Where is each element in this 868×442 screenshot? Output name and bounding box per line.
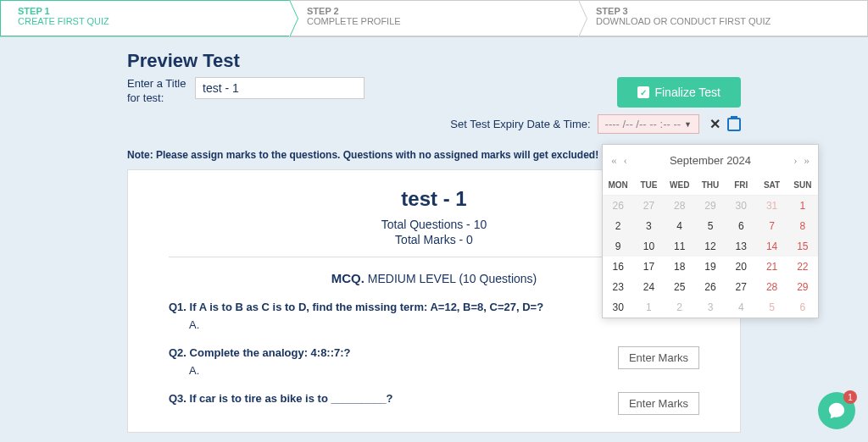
option-a: A. — [189, 318, 699, 331]
calendar-toggle-icon[interactable] — [727, 118, 741, 131]
calendar-day[interactable]: 26 — [603, 196, 633, 216]
step-2[interactable]: STEP 2 COMPLETE PROFILE — [290, 0, 579, 36]
expiry-placeholder: ---- /-- /-- -- :-- -- — [605, 118, 682, 130]
calendar-last-button[interactable]: » — [801, 152, 814, 169]
calendar-day[interactable]: 18 — [665, 257, 695, 277]
expiry-label: Set Test Expiry Date & Time: — [450, 118, 590, 130]
calendar-day[interactable]: 28 — [665, 196, 695, 216]
chevron-down-icon: ▼ — [684, 120, 692, 129]
step-number: STEP 2 — [307, 6, 561, 16]
enter-marks-button[interactable]: Enter Marks — [618, 346, 699, 369]
calendar-day[interactable]: 10 — [633, 236, 664, 257]
step-3[interactable]: STEP 3 DOWNLOAD OR CONDUCT FIRST QUIZ — [579, 0, 868, 36]
question-row: Q3. If car is to tire as bike is to ____… — [169, 392, 699, 415]
calendar-day[interactable]: 19 — [695, 257, 726, 277]
section-type: MCQ. — [331, 271, 364, 285]
calendar-day[interactable]: 30 — [726, 196, 756, 216]
calendar-day[interactable]: 5 — [695, 216, 726, 236]
step-number: STEP 3 — [596, 6, 850, 16]
dow-header: FRI — [726, 175, 756, 196]
dow-header: WED — [665, 175, 695, 196]
calendar-day[interactable]: 15 — [787, 236, 818, 257]
calendar-day[interactable]: 5 — [756, 297, 787, 318]
calendar-day[interactable]: 14 — [756, 236, 787, 257]
calendar-day[interactable]: 6 — [787, 297, 818, 318]
expiry-datetime-input[interactable]: ---- /-- /-- -- :-- -- ▼ — [598, 114, 699, 134]
calendar-day[interactable]: 12 — [695, 236, 726, 257]
calendar-day[interactable]: 9 — [603, 236, 633, 257]
calendar-day[interactable]: 1 — [787, 196, 818, 216]
calendar-day[interactable]: 21 — [756, 257, 787, 277]
calendar-day[interactable]: 29 — [695, 196, 726, 216]
calendar-day[interactable]: 30 — [603, 297, 633, 318]
chat-button[interactable]: 1 — [818, 392, 855, 429]
calendar-day[interactable]: 20 — [726, 257, 756, 277]
dow-header: MON — [603, 175, 633, 196]
section-meta: MEDIUM LEVEL (10 Questions) — [368, 272, 537, 285]
test-title-label: Enter a Title for test: — [127, 77, 186, 106]
calendar-day[interactable]: 3 — [633, 216, 664, 236]
calendar-day[interactable]: 8 — [787, 216, 818, 236]
question-text: Q2. Complete the analogy: 4:8::7:? — [169, 346, 618, 359]
calendar-day[interactable]: 22 — [787, 257, 818, 277]
dow-header: SUN — [787, 175, 818, 196]
calendar-grid: MON TUE WED THU FRI SAT SUN — [603, 175, 818, 196]
calendar-day[interactable]: 29 — [787, 277, 818, 297]
calendar-prev-button[interactable]: ‹ — [620, 152, 631, 169]
step-title: CREATE FIRST QUIZ — [18, 16, 272, 26]
test-title-input[interactable] — [195, 77, 364, 99]
calendar-day[interactable]: 26 — [695, 277, 726, 297]
calendar-day[interactable]: 2 — [665, 297, 695, 318]
question-row: Q2. Complete the analogy: 4:8::7:? A. En… — [169, 346, 699, 377]
finalize-test-button[interactable]: ✓ Finalize Test — [617, 77, 741, 108]
progress-stepper: STEP 1 CREATE FIRST QUIZ STEP 2 COMPLETE… — [0, 0, 868, 37]
page-title: Preview Test — [127, 50, 741, 72]
calendar-day[interactable]: 4 — [665, 216, 695, 236]
dow-header: THU — [695, 175, 726, 196]
question-text: Q3. If car is to tire as bike is to ____… — [169, 392, 618, 405]
calendar-day[interactable]: 24 — [633, 277, 664, 297]
calendar-next-button[interactable]: › — [790, 152, 800, 169]
calendar-day[interactable]: 16 — [603, 257, 633, 277]
calendar-day[interactable]: 27 — [633, 196, 664, 216]
calendar-day[interactable]: 6 — [726, 216, 756, 236]
step-1[interactable]: STEP 1 CREATE FIRST QUIZ — [0, 0, 290, 36]
calendar-day[interactable]: 2 — [603, 216, 633, 236]
calendar-day[interactable]: 27 — [726, 277, 756, 297]
chat-notification-badge: 1 — [843, 390, 857, 404]
step-title: DOWNLOAD OR CONDUCT FIRST QUIZ — [596, 16, 850, 26]
date-picker-popup: « ‹ September 2024 › » MON TUE WED THU F… — [602, 144, 819, 318]
calendar-month-label: September 2024 — [631, 154, 790, 167]
dow-header: TUE — [633, 175, 664, 196]
calendar-day[interactable]: 25 — [665, 277, 695, 297]
calendar-day[interactable]: 11 — [665, 236, 695, 257]
enter-marks-button[interactable]: Enter Marks — [618, 392, 699, 415]
calendar-day[interactable]: 31 — [756, 196, 787, 216]
clear-date-button[interactable]: ✕ — [709, 116, 721, 132]
check-icon: ✓ — [637, 86, 649, 98]
calendar-day[interactable]: 13 — [726, 236, 756, 257]
dow-header: SAT — [756, 175, 787, 196]
calendar-day[interactable]: 17 — [633, 257, 664, 277]
step-number: STEP 1 — [18, 6, 272, 16]
finalize-label: Finalize Test — [654, 86, 721, 99]
calendar-day[interactable]: 1 — [633, 297, 664, 318]
calendar-day[interactable]: 7 — [756, 216, 787, 236]
step-title: COMPLETE PROFILE — [307, 16, 561, 26]
chat-icon — [827, 401, 846, 420]
calendar-day[interactable]: 28 — [756, 277, 787, 297]
option-a: A. — [189, 364, 618, 377]
calendar-day[interactable]: 4 — [726, 297, 756, 318]
calendar-first-button[interactable]: « — [608, 152, 620, 169]
calendar-day[interactable]: 3 — [695, 297, 726, 318]
calendar-day[interactable]: 23 — [603, 277, 633, 297]
